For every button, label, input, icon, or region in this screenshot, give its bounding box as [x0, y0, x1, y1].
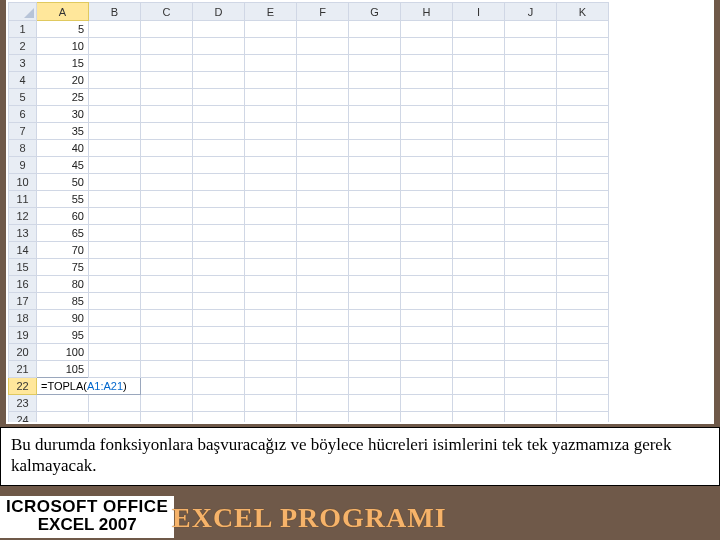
cell-E6[interactable]: [245, 106, 297, 123]
cell-K9[interactable]: [557, 157, 609, 174]
row-header-1[interactable]: 1: [9, 21, 37, 38]
cell-H14[interactable]: [401, 242, 453, 259]
row-header-6[interactable]: 6: [9, 106, 37, 123]
cell-D6[interactable]: [193, 106, 245, 123]
row-header-3[interactable]: 3: [9, 55, 37, 72]
cell-H10[interactable]: [401, 174, 453, 191]
cell-D15[interactable]: [193, 259, 245, 276]
cell-E24[interactable]: [245, 412, 297, 423]
cell-E5[interactable]: [245, 89, 297, 106]
cell-F9[interactable]: [297, 157, 349, 174]
cell-D3[interactable]: [193, 55, 245, 72]
cell-F24[interactable]: [297, 412, 349, 423]
column-header-D[interactable]: D: [193, 3, 245, 21]
cell-J19[interactable]: [505, 327, 557, 344]
cell-A14[interactable]: 70: [37, 242, 89, 259]
cell-G16[interactable]: [349, 276, 401, 293]
column-header-B[interactable]: B: [89, 3, 141, 21]
cell-H16[interactable]: [401, 276, 453, 293]
cell-F1[interactable]: [297, 21, 349, 38]
cell-A13[interactable]: 65: [37, 225, 89, 242]
cell-E11[interactable]: [245, 191, 297, 208]
cell-F6[interactable]: [297, 106, 349, 123]
cell-K18[interactable]: [557, 310, 609, 327]
cell-C2[interactable]: [141, 38, 193, 55]
cell-B4[interactable]: [89, 72, 141, 89]
column-header-E[interactable]: E: [245, 3, 297, 21]
row-header-2[interactable]: 2: [9, 38, 37, 55]
cell-B19[interactable]: [89, 327, 141, 344]
cell-A24[interactable]: [37, 412, 89, 423]
cell-J6[interactable]: [505, 106, 557, 123]
row-header-7[interactable]: 7: [9, 123, 37, 140]
cell-E15[interactable]: [245, 259, 297, 276]
cell-I17[interactable]: [453, 293, 505, 310]
cell-H17[interactable]: [401, 293, 453, 310]
row-header-5[interactable]: 5: [9, 89, 37, 106]
cell-D18[interactable]: [193, 310, 245, 327]
cell-J20[interactable]: [505, 344, 557, 361]
cell-D24[interactable]: [193, 412, 245, 423]
row-header-11[interactable]: 11: [9, 191, 37, 208]
row-header-20[interactable]: 20: [9, 344, 37, 361]
cell-K10[interactable]: [557, 174, 609, 191]
cell-I10[interactable]: [453, 174, 505, 191]
cell-B9[interactable]: [89, 157, 141, 174]
cell-G17[interactable]: [349, 293, 401, 310]
cell-A16[interactable]: 80: [37, 276, 89, 293]
cell-G8[interactable]: [349, 140, 401, 157]
cell-G6[interactable]: [349, 106, 401, 123]
cell-G1[interactable]: [349, 21, 401, 38]
cell-H18[interactable]: [401, 310, 453, 327]
cell-A10[interactable]: 50: [37, 174, 89, 191]
cell-I22[interactable]: [453, 378, 505, 395]
cell-E16[interactable]: [245, 276, 297, 293]
cell-D10[interactable]: [193, 174, 245, 191]
cell-I20[interactable]: [453, 344, 505, 361]
cell-I8[interactable]: [453, 140, 505, 157]
cell-F22[interactable]: [297, 378, 349, 395]
cell-I15[interactable]: [453, 259, 505, 276]
cell-F3[interactable]: [297, 55, 349, 72]
cell-I19[interactable]: [453, 327, 505, 344]
cell-J23[interactable]: [505, 395, 557, 412]
cell-K23[interactable]: [557, 395, 609, 412]
column-header-I[interactable]: I: [453, 3, 505, 21]
cell-F23[interactable]: [297, 395, 349, 412]
cell-H13[interactable]: [401, 225, 453, 242]
cell-C24[interactable]: [141, 412, 193, 423]
cell-G20[interactable]: [349, 344, 401, 361]
cell-K12[interactable]: [557, 208, 609, 225]
cell-J11[interactable]: [505, 191, 557, 208]
cell-A19[interactable]: 95: [37, 327, 89, 344]
cell-B2[interactable]: [89, 38, 141, 55]
cell-C23[interactable]: [141, 395, 193, 412]
cell-G18[interactable]: [349, 310, 401, 327]
select-all-corner[interactable]: [9, 3, 37, 21]
cell-A12[interactable]: 60: [37, 208, 89, 225]
cell-C19[interactable]: [141, 327, 193, 344]
cell-E10[interactable]: [245, 174, 297, 191]
cell-D21[interactable]: [193, 361, 245, 378]
column-header-A[interactable]: A: [37, 3, 89, 21]
row-header-8[interactable]: 8: [9, 140, 37, 157]
cell-C13[interactable]: [141, 225, 193, 242]
formula-cell-A22[interactable]: =TOPLA(A1:A21): [37, 378, 141, 395]
cell-H12[interactable]: [401, 208, 453, 225]
cell-B16[interactable]: [89, 276, 141, 293]
cell-A20[interactable]: 100: [37, 344, 89, 361]
cell-B14[interactable]: [89, 242, 141, 259]
cell-D13[interactable]: [193, 225, 245, 242]
cell-K4[interactable]: [557, 72, 609, 89]
column-header-F[interactable]: F: [297, 3, 349, 21]
cell-A5[interactable]: 25: [37, 89, 89, 106]
cell-A15[interactable]: 75: [37, 259, 89, 276]
cell-F5[interactable]: [297, 89, 349, 106]
cell-D2[interactable]: [193, 38, 245, 55]
row-header-14[interactable]: 14: [9, 242, 37, 259]
cell-D23[interactable]: [193, 395, 245, 412]
cell-J22[interactable]: [505, 378, 557, 395]
cell-A21[interactable]: 105: [37, 361, 89, 378]
cell-G13[interactable]: [349, 225, 401, 242]
row-header-17[interactable]: 17: [9, 293, 37, 310]
